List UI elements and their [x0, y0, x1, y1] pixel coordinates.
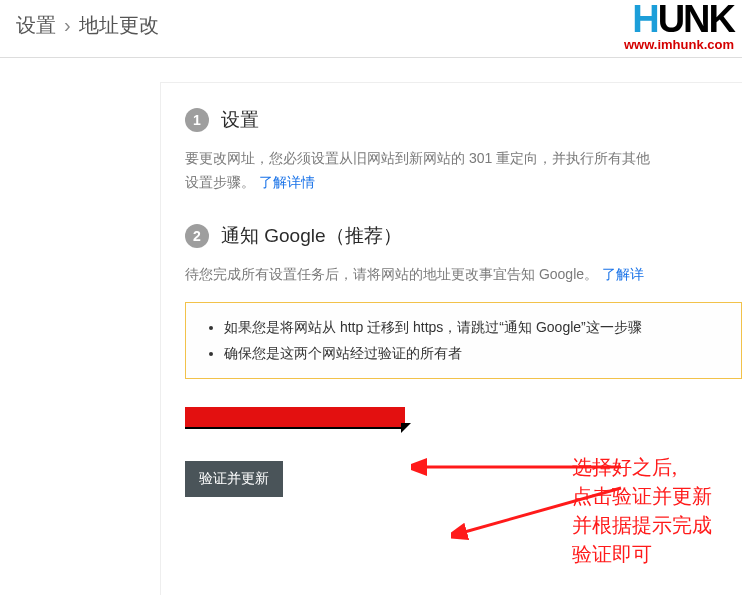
header-divider — [0, 57, 742, 58]
logo-letter-h: H — [632, 2, 657, 36]
step-2-desc: 待您完成所有设置任务后，请将网站的地址更改事宜告知 Google。 了解详 — [185, 263, 742, 287]
main-content: 1 设置 要更改网址，您必须设置从旧网站到新网站的 301 重定向，并执行所有其… — [160, 82, 742, 595]
step-2-desc-text: 待您完成所有设置任务后，请将网站的地址更改事宜告知 Google。 — [185, 266, 598, 282]
annotation-line-4: 验证即可 — [572, 540, 712, 569]
step-1-learn-more-link[interactable]: 了解详情 — [259, 174, 315, 190]
annotation-line-3: 并根据提示完成 — [572, 511, 712, 540]
verify-update-button[interactable]: 验证并更新 — [185, 461, 283, 497]
step-1-title: 设置 — [221, 107, 259, 133]
notice-item-2: 确保您是这两个网站经过验证的所有者 — [224, 341, 721, 366]
notice-box: 如果您是将网站从 http 迁移到 https，请跳过“通知 Google”这一… — [185, 302, 742, 378]
annotation-line-1: 选择好之后, — [572, 453, 712, 482]
logo-rest: UNK — [658, 0, 734, 40]
chevron-right-icon: › — [64, 14, 71, 37]
site-select-dropdown[interactable] — [185, 407, 405, 429]
breadcrumb-root[interactable]: 设置 — [16, 12, 56, 39]
brand-logo: HUNK www.imhunk.com — [624, 2, 734, 53]
step-1-desc-line2: 设置步骤。 — [185, 174, 255, 190]
step-1: 1 设置 要更改网址，您必须设置从旧网站到新网站的 301 重定向，并执行所有其… — [185, 107, 742, 195]
step-1-desc-line1: 要更改网址，您必须设置从旧网站到新网站的 301 重定向，并执行所有其他 — [185, 150, 650, 166]
step-2-badge: 2 — [185, 224, 209, 248]
annotation-text: 选择好之后, 点击验证并更新 并根据提示完成 验证即可 — [572, 453, 712, 569]
notice-item-1: 如果您是将网站从 http 迁移到 https，请跳过“通知 Google”这一… — [224, 315, 721, 340]
step-1-desc: 要更改网址，您必须设置从旧网站到新网站的 301 重定向，并执行所有其他 设置步… — [185, 147, 742, 195]
step-2-learn-more-link[interactable]: 了解详 — [602, 266, 644, 282]
breadcrumb-current: 地址更改 — [79, 12, 159, 39]
step-1-badge: 1 — [185, 108, 209, 132]
annotation-line-2: 点击验证并更新 — [572, 482, 712, 511]
step-2-title: 通知 Google（推荐） — [221, 223, 402, 249]
